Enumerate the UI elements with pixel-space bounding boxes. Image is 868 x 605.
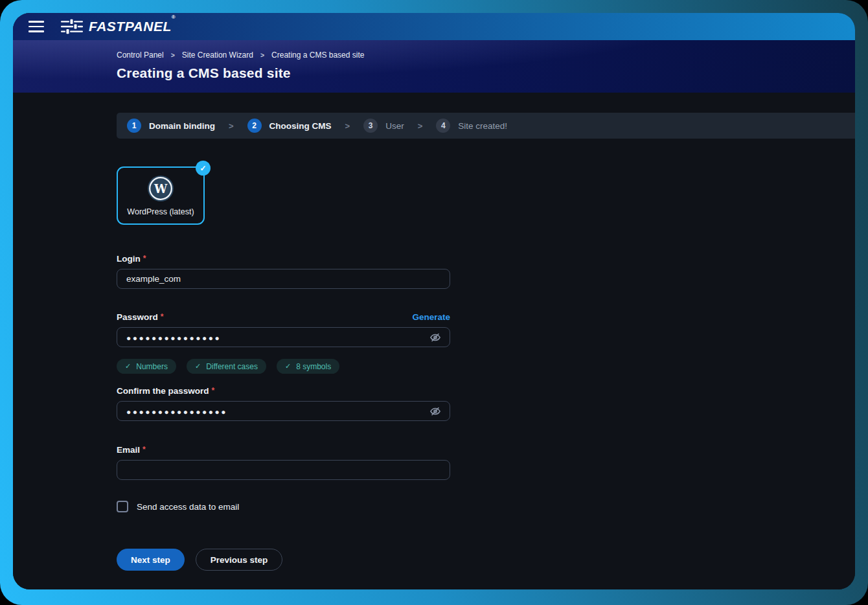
login-value: example_com [126, 274, 181, 284]
email-input[interactable] [117, 460, 450, 480]
check-icon: ✓ [285, 362, 291, 371]
rule-label: 8 symbols [296, 362, 331, 371]
rule-label: Numbers [136, 362, 168, 371]
equalizer-icon [61, 19, 83, 34]
confirm-password-input[interactable]: ●●●●●●●●●●●●●●●● [117, 401, 450, 421]
checkbox-label: Send access data to email [137, 502, 239, 512]
form-actions: Next step Previous step [117, 549, 450, 571]
selected-check-icon: ✓ [196, 161, 211, 176]
password-masked-value: ●●●●●●●●●●●●●●● [126, 334, 221, 342]
rule-8-symbols: ✓ 8 symbols [277, 359, 339, 374]
check-icon: ✓ [125, 362, 131, 371]
step-number: 3 [363, 119, 378, 133]
step-domain-binding[interactable]: 1 Domain binding [127, 119, 215, 133]
cms-card-label: WordPress (latest) [127, 207, 194, 216]
step-number: 4 [436, 119, 450, 133]
generate-password-link[interactable]: Generate [412, 312, 450, 322]
eye-off-icon [429, 331, 442, 344]
send-access-data-row[interactable]: Send access data to email [117, 501, 450, 512]
step-number: 1 [127, 119, 141, 133]
next-step-button[interactable]: Next step [117, 549, 185, 571]
confirm-password-masked-value: ●●●●●●●●●●●●●●●● [126, 408, 227, 416]
step-label: Site created! [458, 121, 507, 131]
breadcrumb-item-current: Creating a CMS based site [271, 51, 364, 60]
chevron-right-icon: > [345, 121, 350, 131]
eye-off-icon [429, 405, 442, 418]
menu-icon[interactable] [29, 21, 44, 32]
main-content: 1 Domain binding > 2 Choosing CMS > 3 Us… [13, 93, 855, 589]
login-input[interactable]: example_com [117, 269, 450, 289]
required-asterisk: * [161, 312, 164, 321]
login-label: Login* [117, 254, 146, 264]
rule-numbers: ✓ Numbers [117, 359, 176, 374]
decorative-frame: FASTPANEL® Control Panel > Site Creation… [0, 0, 868, 605]
rule-different-cases: ✓ Different cases [187, 359, 266, 374]
brand-logo[interactable]: FASTPANEL® [61, 19, 176, 34]
chevron-right-icon: > [260, 51, 264, 59]
toggle-password-visibility-button[interactable] [428, 330, 442, 345]
wizard-steps-bar: 1 Domain binding > 2 Choosing CMS > 3 Us… [117, 113, 855, 139]
step-label: Domain binding [149, 121, 215, 131]
required-asterisk: * [143, 254, 146, 263]
send-access-data-checkbox[interactable] [117, 501, 128, 512]
brand-name: FASTPANEL® [89, 19, 176, 34]
step-number: 2 [247, 119, 262, 133]
breadcrumb: Control Panel > Site Creation Wizard > C… [117, 51, 855, 60]
step-label: User [385, 121, 404, 131]
email-label: Email* [117, 445, 146, 455]
step-user: 3 User [363, 119, 404, 133]
chevron-right-icon: > [229, 121, 234, 131]
check-icon: ✓ [195, 362, 201, 371]
wordpress-icon: W [148, 176, 174, 201]
step-choosing-cms[interactable]: 2 Choosing CMS [247, 119, 332, 133]
rule-label: Different cases [206, 362, 258, 371]
confirm-password-label: Confirm the password* [117, 386, 214, 396]
previous-step-button[interactable]: Previous step [196, 549, 283, 571]
breadcrumb-item-control-panel[interactable]: Control Panel [117, 51, 164, 60]
password-rules: ✓ Numbers ✓ Different cases ✓ 8 symbols [117, 359, 450, 374]
hero-band: Control Panel > Site Creation Wizard > C… [13, 40, 855, 93]
registered-mark: ® [172, 14, 176, 20]
password-input[interactable]: ●●●●●●●●●●●●●●● [117, 327, 450, 347]
svg-text:W: W [154, 181, 168, 195]
password-label: Password* [117, 312, 163, 322]
step-label: Choosing CMS [269, 121, 332, 131]
toggle-confirm-visibility-button[interactable] [428, 404, 442, 418]
chevron-right-icon: > [171, 51, 175, 59]
step-site-created: 4 Site created! [436, 119, 507, 133]
required-asterisk: * [212, 386, 215, 395]
required-asterisk: * [143, 445, 146, 454]
page-title: Creating a CMS based site [117, 65, 855, 81]
breadcrumb-item-site-creation-wizard[interactable]: Site Creation Wizard [182, 51, 253, 60]
app-window: FASTPANEL® Control Panel > Site Creation… [13, 13, 855, 589]
top-bar: FASTPANEL® [13, 13, 855, 40]
cms-card-wordpress[interactable]: W WordPress (latest) ✓ [117, 166, 205, 225]
chevron-right-icon: > [418, 121, 423, 131]
